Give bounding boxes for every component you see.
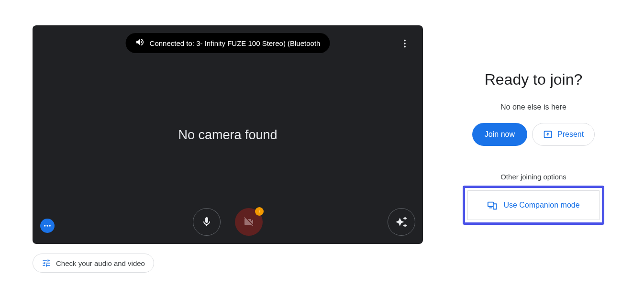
no-camera-message: No camera found: [178, 127, 277, 142]
more-horiz-icon: [43, 221, 52, 230]
sparkle-icon: [395, 216, 408, 228]
svg-point-2: [404, 46, 406, 48]
camera-off-icon: [243, 216, 255, 228]
svg-point-1: [404, 43, 406, 44]
svg-point-5: [49, 225, 51, 226]
speaker-icon: [135, 37, 145, 49]
join-now-label: Join now: [485, 130, 515, 138]
present-label: Present: [557, 130, 584, 139]
more-vert-icon: [400, 38, 410, 49]
check-audio-label: Check your audio and video: [56, 259, 145, 267]
present-button[interactable]: Present: [532, 123, 595, 146]
ready-to-join-title: Ready to join?: [485, 71, 583, 88]
companion-highlight-box: Use Companion mode: [463, 186, 604, 225]
microphone-toggle[interactable]: [193, 208, 221, 236]
microphone-icon: [201, 216, 212, 228]
alert-icon: [257, 209, 262, 214]
video-preview: Connected to: 3- Infinity FUZE 100 Stere…: [33, 25, 423, 244]
more-controls-button[interactable]: [40, 219, 55, 233]
present-icon: [543, 130, 553, 139]
effects-button[interactable]: [388, 208, 415, 236]
companion-mode-button[interactable]: Use Companion mode: [467, 190, 599, 220]
more-options-button[interactable]: [396, 35, 413, 52]
tune-icon: [42, 258, 51, 268]
svg-point-3: [44, 225, 45, 226]
companion-icon: [487, 200, 498, 210]
participants-status: No one else is here: [500, 103, 566, 111]
companion-label: Use Companion mode: [503, 201, 579, 210]
audio-device-toast: Connected to: 3- Infinity FUZE 100 Stere…: [126, 33, 330, 53]
check-audio-video-button[interactable]: Check your audio and video: [33, 254, 154, 273]
join-now-button[interactable]: Join now: [472, 123, 527, 146]
other-options-label: Other joining options: [500, 173, 566, 181]
svg-point-0: [404, 40, 406, 42]
svg-rect-8: [493, 204, 497, 209]
camera-alert-badge: [255, 207, 264, 216]
camera-toggle[interactable]: [235, 208, 263, 236]
audio-toast-text: Connected to: 3- Infinity FUZE 100 Stere…: [150, 39, 321, 47]
svg-point-4: [46, 225, 48, 226]
